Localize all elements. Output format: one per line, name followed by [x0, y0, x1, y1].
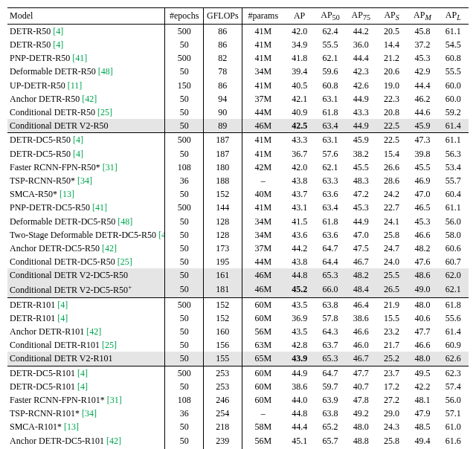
citation-link[interactable]: [4] — [77, 381, 88, 392]
cell-gflops: 246 — [203, 393, 242, 407]
cell-ap50: 65.3 — [315, 352, 345, 366]
citation-link[interactable]: [48] — [118, 216, 132, 227]
cell-params: 60M — [242, 366, 284, 380]
citation-link[interactable]: [4] — [73, 149, 83, 159]
cell-gflops: 90 — [203, 106, 242, 119]
cell-model: Conditional DETR V2-R50 — [7, 119, 165, 133]
table-header-row: Model #epochs GFLOPs #params AP AP50 AP7… — [7, 8, 469, 25]
citation-link[interactable]: [31] — [103, 162, 118, 172]
cell-model: Conditional DETR-R50 [25] — [7, 106, 165, 119]
cell-apm: 48.1 — [407, 393, 437, 407]
cell-apl: 61.6 — [438, 434, 469, 448]
citation-link[interactable]: [34] — [77, 175, 92, 186]
cell-model: DETR-DC5-R101 [4] — [7, 366, 165, 380]
cell-params: 56M — [242, 325, 284, 338]
cell-ap: 38.6 — [284, 380, 315, 393]
cell-gflops: 86 — [203, 38, 242, 51]
cell-model: SMCA-R101* [13] — [7, 420, 165, 433]
cell-apl: 60.8 — [438, 51, 469, 65]
cell-ap75: 47.7 — [346, 366, 376, 380]
citation-link[interactable]: [13] — [60, 189, 74, 199]
cell-ap75: 47.8 — [346, 393, 376, 407]
cell-ap75: 46.6 — [346, 325, 376, 338]
cell-ap50: 64.4 — [315, 255, 345, 268]
cell-ap: 41.5 — [284, 215, 315, 228]
cell-gflops: 78 — [203, 65, 242, 78]
citation-link[interactable]: [4] — [57, 313, 68, 323]
citation-link[interactable]: [4] — [53, 26, 63, 36]
cell-epochs: 50 — [165, 282, 204, 297]
citation-link[interactable]: [42] — [102, 243, 117, 253]
cell-apm: 44.4 — [407, 79, 437, 92]
cell-apm: 45.3 — [407, 215, 437, 228]
cell-apl: 59.2 — [438, 106, 469, 119]
cell-epochs: 108 — [165, 393, 204, 407]
cell-ap50: 63.4 — [315, 119, 345, 133]
citation-link[interactable]: [34] — [82, 408, 97, 419]
table-row: Conditional DETR V2-DC5-R505016146M44.86… — [7, 268, 469, 282]
citation-link[interactable]: [13] — [64, 421, 79, 432]
citation-link[interactable]: [41] — [72, 53, 87, 63]
table-row: Anchor DETR-DC5-R50 [42]5017337M44.264.7… — [7, 242, 469, 255]
cell-aps: 24.0 — [376, 255, 407, 268]
citation-link[interactable]: [31] — [107, 395, 122, 405]
citation-link[interactable]: [25] — [102, 340, 117, 350]
citation-link[interactable]: [4] — [53, 39, 63, 50]
citation-link[interactable]: [4] — [77, 368, 88, 378]
cell-apm: 48.6 — [407, 268, 437, 282]
citation-link[interactable]: [42] — [86, 326, 101, 337]
cell-ap50: 63.1 — [315, 92, 345, 106]
cell-params: 46M — [242, 282, 284, 297]
cell-gflops: 155 — [203, 352, 242, 366]
cell-params: 60M — [242, 393, 284, 407]
cell-ap: 44.4 — [284, 420, 315, 433]
cell-params: 41M — [242, 79, 284, 92]
table-row: Conditional DETR V2-DC5-R50+5018146M45.2… — [7, 282, 469, 297]
cell-ap: 43.8 — [284, 174, 315, 187]
cell-model: DETR-DC5-R50 [4] — [7, 147, 165, 161]
cell-apl: 60.0 — [438, 92, 469, 106]
citation-link[interactable]: [48] — [158, 230, 165, 240]
cell-params: 44M — [242, 106, 284, 119]
cell-gflops: 195 — [203, 255, 242, 268]
citation-link[interactable]: [48] — [98, 66, 113, 77]
cell-apm: 45.9 — [407, 119, 437, 133]
table-row: SMCA-R50* [13]5015240M43.763.647.224.247… — [7, 187, 469, 201]
cell-params: 41M — [242, 201, 284, 214]
cell-aps: 21.7 — [376, 338, 407, 352]
cell-epochs: 500 — [165, 201, 204, 214]
cell-gflops: 254 — [203, 407, 242, 420]
cell-ap: 43.9 — [284, 352, 315, 366]
citation-link[interactable]: [4] — [73, 135, 83, 145]
cell-gflops: 144 — [203, 201, 242, 214]
cell-ap75: 46.0 — [346, 338, 376, 352]
table-row: DETR-DC5-R50 [4]50018741M43.363.145.922.… — [7, 133, 469, 147]
cell-apl: 61.4 — [438, 325, 469, 338]
citation-link[interactable]: [25] — [118, 256, 132, 267]
cell-apm: 45.5 — [407, 161, 437, 174]
cell-params: 40M — [242, 187, 284, 201]
citation-link[interactable]: [4] — [57, 300, 68, 310]
cell-aps: 23.7 — [376, 366, 407, 380]
cell-gflops: 152 — [203, 311, 242, 325]
cell-apl: 61.1 — [438, 201, 469, 214]
citation-link[interactable]: [41] — [92, 202, 107, 213]
cell-gflops: 253 — [203, 380, 242, 393]
cell-aps: 25.8 — [376, 434, 407, 448]
cell-ap75: 45.3 — [346, 201, 376, 214]
cell-apl: 58.0 — [438, 228, 469, 242]
cell-ap75: 38.6 — [346, 311, 376, 325]
cell-ap75: 42.6 — [346, 79, 376, 92]
cell-ap50: 65.3 — [315, 268, 345, 282]
cell-apm: 39.8 — [407, 147, 437, 161]
citation-link[interactable]: [25] — [97, 107, 112, 117]
cell-aps: 20.6 — [376, 65, 407, 78]
cell-model: Anchor DETR-DC5-R101 [42] — [7, 434, 165, 448]
cell-ap50: 57.8 — [315, 311, 345, 325]
citation-link[interactable]: [11] — [68, 80, 83, 91]
col-ap75: AP75 — [346, 8, 376, 25]
cell-ap50: 62.1 — [315, 161, 345, 174]
citation-link[interactable]: [42] — [106, 436, 121, 446]
table-row: Anchor DETR-R50 [42]509437M42.163.144.92… — [7, 92, 469, 106]
citation-link[interactable]: [42] — [82, 94, 97, 104]
